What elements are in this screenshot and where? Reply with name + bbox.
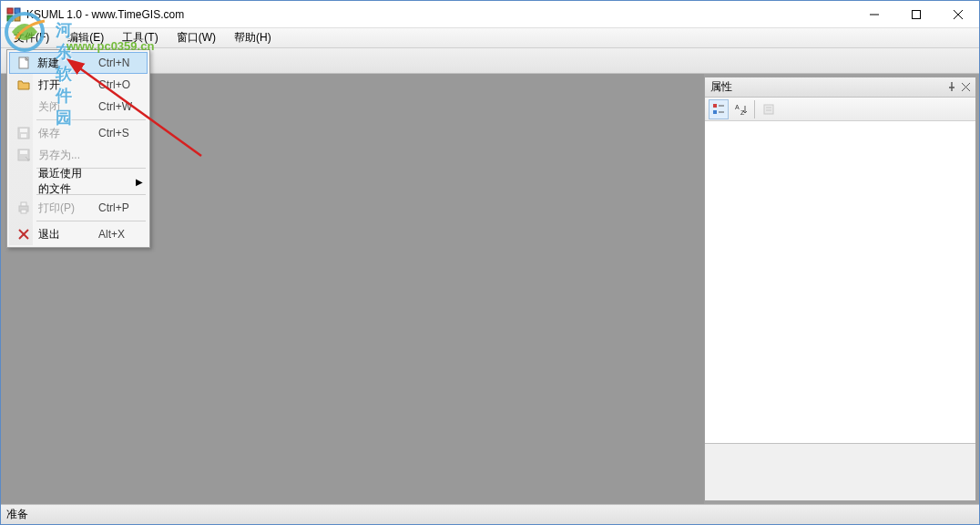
open-folder-icon — [13, 77, 35, 92]
close-button[interactable] — [937, 1, 979, 28]
menu-item-new[interactable]: 新建 Ctrl+N — [9, 52, 148, 74]
properties-toolbar: AZ — [705, 98, 975, 121]
svg-rect-23 — [764, 105, 773, 114]
menu-tools[interactable]: 工具(T) — [113, 27, 167, 48]
menu-item-open[interactable]: 打开 Ctrl+O — [9, 74, 148, 96]
properties-header[interactable]: 属性 — [705, 77, 975, 98]
menu-separator — [36, 221, 146, 221]
svg-rect-33 — [21, 202, 26, 206]
submenu-arrow-icon: ▶ — [135, 177, 144, 187]
svg-rect-34 — [21, 210, 26, 213]
svg-rect-18 — [713, 110, 717, 114]
window-controls — [853, 1, 979, 28]
categorized-button[interactable] — [709, 99, 729, 119]
statusbar: 准备 — [1, 504, 979, 524]
file-menu-dropdown: 新建 Ctrl+N 打开 Ctrl+O 关闭 Ctrl+W 保存 Ctrl+S — [6, 49, 150, 248]
menu-item-saveas[interactable]: 另存为... — [9, 144, 148, 166]
properties-panel: 属性 AZ — [704, 77, 975, 500]
panel-close-icon[interactable] — [962, 81, 970, 94]
svg-rect-0 — [7, 8, 13, 14]
svg-rect-1 — [15, 8, 20, 14]
menu-file[interactable]: 文件(F) — [5, 27, 58, 48]
menu-window[interactable]: 窗口(W) — [168, 27, 225, 48]
maximize-button[interactable] — [895, 1, 937, 28]
save-icon — [13, 126, 35, 140]
menubar: 文件(F) 编辑(E) 工具(T) 窗口(W) 帮助(H) — [1, 28, 979, 48]
svg-rect-31 — [20, 150, 27, 154]
titlebar: KSUML 1.0 - www.TimeGIS.com — [1, 1, 979, 28]
menu-item-close[interactable]: 关闭 Ctrl+W — [9, 96, 148, 118]
svg-rect-17 — [713, 104, 717, 108]
svg-rect-28 — [20, 129, 27, 132]
properties-description — [705, 444, 975, 500]
svg-rect-2 — [7, 15, 13, 21]
menu-separator — [36, 119, 146, 120]
app-icon — [6, 7, 21, 22]
svg-rect-29 — [21, 134, 26, 138]
exit-icon — [13, 228, 35, 241]
window-title: KSUML 1.0 - www.TimeGIS.com — [26, 8, 853, 21]
props-separator — [754, 100, 755, 118]
menu-item-recent[interactable]: 最近使用的文件 ▶ — [9, 170, 148, 192]
saveas-icon — [13, 148, 35, 162]
new-file-icon — [13, 56, 34, 70]
pin-icon[interactable] — [947, 81, 956, 94]
menu-item-save[interactable]: 保存 Ctrl+S — [9, 122, 148, 144]
properties-title: 属性 — [710, 79, 947, 95]
alphabetical-button[interactable]: AZ — [730, 99, 750, 119]
svg-rect-3 — [15, 15, 20, 21]
menu-help[interactable]: 帮助(H) — [225, 27, 281, 48]
app-window: KSUML 1.0 - www.TimeGIS.com 文件(F) 编辑(E) … — [0, 0, 980, 525]
minimize-button[interactable] — [853, 1, 895, 28]
menu-item-print[interactable]: 打印(P) Ctrl+P — [9, 197, 148, 219]
property-pages-button[interactable] — [759, 99, 779, 119]
menu-item-exit[interactable]: 退出 Alt+X — [9, 223, 148, 245]
menu-edit[interactable]: 编辑(E) — [58, 27, 113, 48]
svg-text:A: A — [735, 104, 740, 110]
svg-rect-5 — [913, 10, 921, 18]
properties-grid[interactable] — [705, 121, 975, 444]
print-icon — [13, 201, 35, 215]
status-text: 准备 — [6, 507, 28, 522]
